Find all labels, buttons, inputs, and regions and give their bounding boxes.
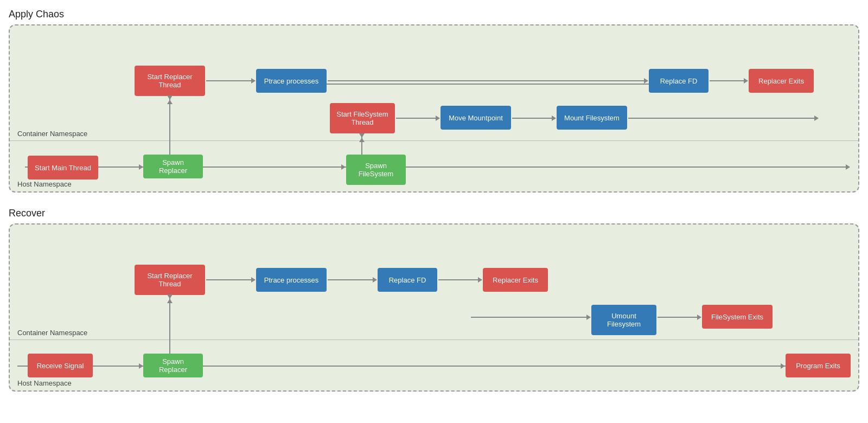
- recover-node-program-exits: Program Exits: [786, 354, 851, 377]
- recover-host-ns-label: Host Namespace: [17, 379, 72, 387]
- recover-arrow-spawn-to-programexits: [204, 366, 784, 367]
- recover-title: Recover: [9, 208, 859, 219]
- arrow-ptrace-to-replaceFD: [328, 80, 648, 81]
- node-move-mountpoint: Move Mountpoint: [441, 106, 511, 130]
- node-ptrace-processes: Ptrace processes: [256, 69, 327, 93]
- apply-chaos-ns-divider: [10, 140, 858, 141]
- recover-node-replacer-exits: Replacer Exits: [483, 268, 548, 292]
- arrow-move-to-mount: [512, 118, 556, 119]
- arrow-startFS-to-moveMountpoint: [396, 118, 439, 119]
- arrow-main-to-spawnReplacer: [99, 166, 143, 168]
- node-start-replacer-thread: Start Replacer Thread: [135, 66, 205, 96]
- recover-arrow-receive-to-spawn: [94, 366, 143, 367]
- recover-node-filesystem-exits: FileSystem Exits: [702, 305, 773, 329]
- recover-start-arrow: [17, 366, 28, 367]
- apply-chaos-title: Apply Chaos: [9, 9, 859, 20]
- recover-arrow-ptrace-to-replaceFD: [328, 279, 376, 280]
- arrow-to-ptrace: [206, 80, 255, 81]
- node-spawn-filesystem: Spawn FileSystem: [346, 155, 406, 185]
- recover-arrow-umount-to-fsexits: [658, 317, 701, 318]
- recover-node-umount-filesystem: Umount Filesystem: [591, 305, 656, 335]
- recover-node-replace-fd: Replace FD: [378, 268, 437, 292]
- recover-diagram: Container Namespace Host Namespace Start…: [9, 223, 859, 392]
- node-start-main-thread: Start Main Thread: [28, 156, 98, 180]
- recover-ns-divider: [10, 339, 858, 340]
- recover-node-spawn-replacer: Spawn Replacer: [143, 354, 203, 377]
- v-arrow-spawnFS-to-startFS: [361, 134, 362, 156]
- recover-node-ptrace-processes: Ptrace processes: [256, 268, 327, 292]
- arrow-mount-extends: [628, 118, 818, 119]
- connector-1: [330, 84, 335, 85]
- v-arrow-spawn-to-start-replacer: [169, 96, 170, 158]
- node-spawn-replacer: Spawn Replacer: [143, 155, 203, 178]
- apply-chaos-host-ns-label: Host Namespace: [17, 180, 72, 188]
- recover-arrow-to-ptrace: [206, 279, 255, 280]
- arrow-replaceFD-to-exits: [710, 80, 748, 81]
- node-replace-fd: Replace FD: [649, 69, 709, 93]
- arrow-spawnReplacer-to-spawnFS: [204, 166, 345, 168]
- recover-arrow-replaceFD-to-exits: [438, 279, 482, 280]
- apply-chaos-diagram: Container Namespace Host Namespace Start…: [9, 24, 859, 193]
- recover-container-ns-label: Container Namespace: [17, 329, 87, 337]
- recover-arrow-to-umount: [471, 317, 590, 318]
- recover-v-arrow-spawn-to-start-replacer: [169, 295, 170, 357]
- node-start-filesystem-thread: Start FileSystem Thread: [330, 103, 395, 133]
- apply-chaos-container-ns-label: Container Namespace: [17, 130, 87, 138]
- recover-node-receive-signal: Receive Signal: [28, 354, 93, 377]
- node-replacer-exits: Replacer Exits: [749, 69, 814, 93]
- recover-node-start-replacer-thread: Start Replacer Thread: [135, 265, 205, 295]
- node-mount-filesystem: Mount Filesystem: [557, 106, 627, 130]
